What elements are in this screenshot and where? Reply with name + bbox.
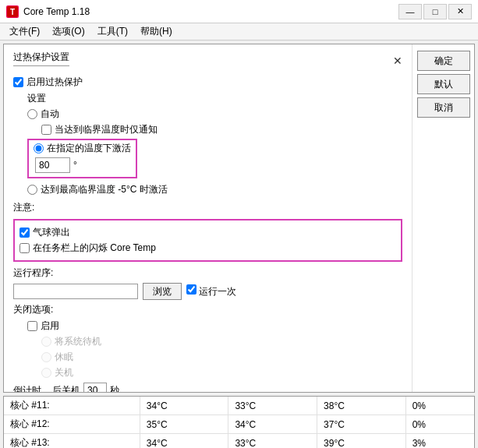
- maximize-button[interactable]: □: [423, 4, 447, 19]
- hibernate-row: 将系统待机: [41, 335, 402, 348]
- menu-help[interactable]: 帮助(H): [134, 23, 179, 40]
- run-once-label: 运行一次: [186, 284, 236, 298]
- countdown-middle: 后关机: [52, 384, 80, 393]
- balloon-row: 气球弹出: [19, 226, 396, 239]
- core-min-11: 33°C: [228, 397, 317, 415]
- countdown-unit: 秒: [110, 384, 119, 393]
- auto-label[interactable]: 自动: [41, 108, 59, 121]
- notify-checkbox[interactable]: [41, 125, 51, 135]
- flash-checkbox[interactable]: [19, 243, 30, 253]
- poweroff-label: 关机: [55, 366, 73, 379]
- core-min-13: 33°C: [228, 434, 317, 449]
- svg-text:T: T: [10, 8, 15, 16]
- dialog-buttons: 确定 默认 取消: [412, 44, 474, 392]
- shutdown-enable-checkbox[interactable]: [27, 321, 37, 331]
- countdown-input[interactable]: [83, 383, 107, 392]
- core-label-13: 核心 #13:: [4, 434, 140, 449]
- close-button[interactable]: ✕: [448, 4, 472, 19]
- hibernate-label: 将系统待机: [55, 335, 101, 348]
- core-load-13: 3%: [405, 434, 474, 449]
- countdown-row: 倒计时... 后关机 秒: [13, 383, 402, 392]
- activate-max-row: 达到最高临界温度 -5°C 时激活: [27, 183, 402, 196]
- core-min-12: 34°C: [228, 415, 317, 434]
- dialog-title: 过热保护设置: [13, 51, 69, 66]
- poweroff-row: 关机: [41, 366, 402, 379]
- core-temp-11: 34°C: [140, 397, 228, 415]
- temp-value-input[interactable]: [35, 157, 70, 173]
- menu-file[interactable]: 文件(F): [3, 23, 46, 40]
- shutdown-section: 启用 将系统待机 休眠 关机: [13, 319, 402, 379]
- auto-radio-row: 自动: [27, 108, 402, 121]
- enable-protection-checkbox[interactable]: [13, 77, 23, 87]
- core-temp-12: 35°C: [140, 415, 228, 434]
- run-program-label: 运行程序:: [13, 266, 402, 280]
- core-label-11: 核心 #11:: [4, 397, 140, 415]
- temp-input-row: °: [35, 157, 131, 173]
- notify-row: 当达到临界温度时仅通知: [41, 123, 402, 136]
- note-section: 气球弹出 在任务栏上的闪烁 Core Temp: [13, 219, 402, 262]
- shutdown-enable-label[interactable]: 启用: [41, 319, 59, 333]
- sleep-row: 休眠: [41, 351, 402, 364]
- temperature-table-area: 核心 #11: 34°C 33°C 38°C 0% 核心 #12: 35°C 3…: [3, 396, 475, 448]
- menu-options[interactable]: 选项(O): [46, 23, 90, 40]
- activate-max-radio[interactable]: [27, 185, 37, 195]
- core-max-12: 37°C: [317, 415, 406, 434]
- table-row: 核心 #13: 34°C 33°C 39°C 3%: [4, 434, 474, 449]
- enable-protection-label[interactable]: 启用过热保护: [27, 76, 83, 89]
- menu-tools[interactable]: 工具(T): [91, 23, 134, 40]
- sleep-label: 休眠: [55, 351, 73, 364]
- note-label: 注意:: [13, 201, 402, 214]
- table-row: 核心 #12: 35°C 34°C 37°C 0%: [4, 415, 474, 434]
- balloon-label[interactable]: 气球弹出: [33, 226, 70, 239]
- menu-bar: 文件(F) 选项(O) 工具(T) 帮助(H): [0, 23, 478, 41]
- poweroff-radio[interactable]: [41, 368, 51, 378]
- activate-at-temp-row: 在指定的温度下激活: [34, 142, 131, 155]
- dialog-content: 过热保护设置 ✕ 启用过热保护 设置 自动 当达到临界温度时仅通知 在指定的温度…: [4, 44, 412, 392]
- activate-at-temp-label[interactable]: 在指定的温度下激活: [47, 142, 131, 155]
- minimize-button[interactable]: —: [398, 4, 422, 19]
- notify-label[interactable]: 当达到临界温度时仅通知: [55, 123, 158, 136]
- app-icon: T: [6, 5, 19, 18]
- flash-label[interactable]: 在任务栏上的闪烁 Core Temp: [33, 242, 156, 255]
- browse-button[interactable]: 浏览: [143, 283, 182, 300]
- confirm-button[interactable]: 确定: [417, 51, 470, 71]
- sleep-radio[interactable]: [41, 352, 51, 362]
- activate-max-label[interactable]: 达到最高临界温度 -5°C 时激活: [41, 183, 168, 196]
- balloon-checkbox[interactable]: [19, 228, 30, 238]
- hibernate-radio[interactable]: [41, 337, 51, 347]
- window-controls: — □ ✕: [398, 4, 472, 19]
- enable-protection-row: 启用过热保护: [13, 76, 402, 89]
- activate-temp-section: 在指定的温度下激活 °: [27, 139, 137, 178]
- dialog-close-icon[interactable]: ✕: [393, 55, 402, 67]
- activate-at-temp-radio[interactable]: [34, 143, 44, 153]
- core-max-13: 39°C: [317, 434, 406, 449]
- settings-section-label: 设置: [27, 92, 402, 105]
- auto-radio[interactable]: [27, 109, 37, 119]
- title-bar: T Core Temp 1.18 — □ ✕: [0, 0, 478, 23]
- shutdown-enable-row: 启用: [27, 319, 402, 333]
- shutdown-label: 关闭选项:: [13, 303, 402, 316]
- run-program-row: 浏览 运行一次: [13, 283, 402, 300]
- cancel-button[interactable]: 取消: [417, 97, 470, 118]
- core-max-11: 38°C: [317, 397, 406, 415]
- core-load-11: 0%: [405, 397, 474, 415]
- core-label-12: 核心 #12:: [4, 415, 140, 434]
- run-once-text[interactable]: 运行一次: [199, 286, 236, 297]
- core-temp-13: 34°C: [140, 434, 228, 449]
- table-row: 核心 #11: 34°C 33°C 38°C 0%: [4, 397, 474, 415]
- window-title: Core Temp 1.18: [23, 6, 398, 17]
- flash-row: 在任务栏上的闪烁 Core Temp: [19, 242, 396, 255]
- run-once-checkbox[interactable]: [186, 284, 197, 295]
- program-path-input[interactable]: [13, 284, 138, 299]
- temperature-table: 核心 #11: 34°C 33°C 38°C 0% 核心 #12: 35°C 3…: [4, 397, 474, 448]
- default-button[interactable]: 默认: [417, 74, 470, 94]
- countdown-prefix: 倒计时...: [13, 384, 49, 393]
- core-load-12: 0%: [405, 415, 474, 434]
- temp-unit: °: [73, 160, 77, 171]
- dialog-window: 过热保护设置 ✕ 启用过热保护 设置 自动 当达到临界温度时仅通知 在指定的温度…: [3, 44, 475, 393]
